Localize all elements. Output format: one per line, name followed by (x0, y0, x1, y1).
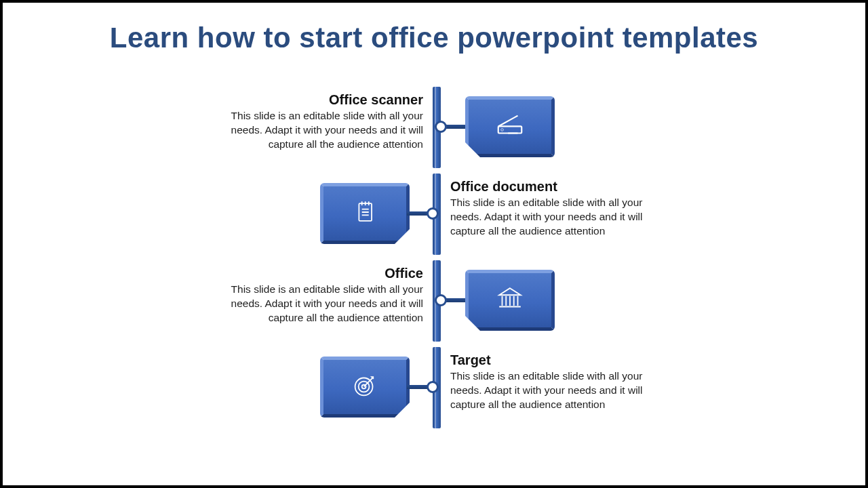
svg-rect-0 (498, 126, 522, 133)
item-body: This slide is an editable slide with all… (199, 283, 423, 325)
text-block: Target This slide is an editable slide w… (450, 352, 674, 412)
scanner-icon (494, 110, 526, 144)
item-body: This slide is an editable slide with all… (450, 369, 674, 412)
text-block: Office document This slide is an editabl… (450, 179, 674, 239)
document-icon (349, 197, 380, 230)
icon-tile (320, 183, 410, 244)
svg-marker-11 (499, 288, 521, 295)
item-heading: Target (450, 352, 674, 368)
row-office: Office This slide is an editable slide w… (3, 258, 868, 344)
target-icon (349, 370, 380, 404)
item-heading: Office scanner (199, 92, 423, 108)
node-dot (435, 121, 447, 133)
node-dot (427, 381, 439, 393)
node-dot (435, 294, 447, 306)
slide-title: Learn how to start office powerpoint tem… (3, 22, 865, 54)
svg-point-2 (501, 129, 504, 131)
item-heading: Office document (450, 179, 674, 195)
item-body: This slide is an editable slide with all… (450, 196, 674, 239)
node-dot (427, 207, 439, 220)
rows-container: Office scanner This slide is an editable… (3, 84, 868, 431)
svg-line-1 (498, 116, 518, 127)
row-office-scanner: Office scanner This slide is an editable… (3, 84, 868, 171)
icon-tile (465, 96, 555, 157)
icon-tile (320, 357, 410, 418)
item-body: This slide is an editable slide with all… (199, 109, 423, 152)
row-target: Target This slide is an editable slide w… (3, 344, 868, 431)
building-icon (494, 283, 526, 317)
slide-frame: Learn how to start office powerpoint tem… (0, 0, 868, 488)
icon-tile (465, 270, 555, 331)
row-office-document: Office document This slide is an editabl… (3, 171, 868, 258)
text-block: Office scanner This slide is an editable… (199, 92, 423, 152)
text-block: Office This slide is an editable slide w… (199, 266, 423, 325)
item-heading: Office (199, 266, 423, 281)
